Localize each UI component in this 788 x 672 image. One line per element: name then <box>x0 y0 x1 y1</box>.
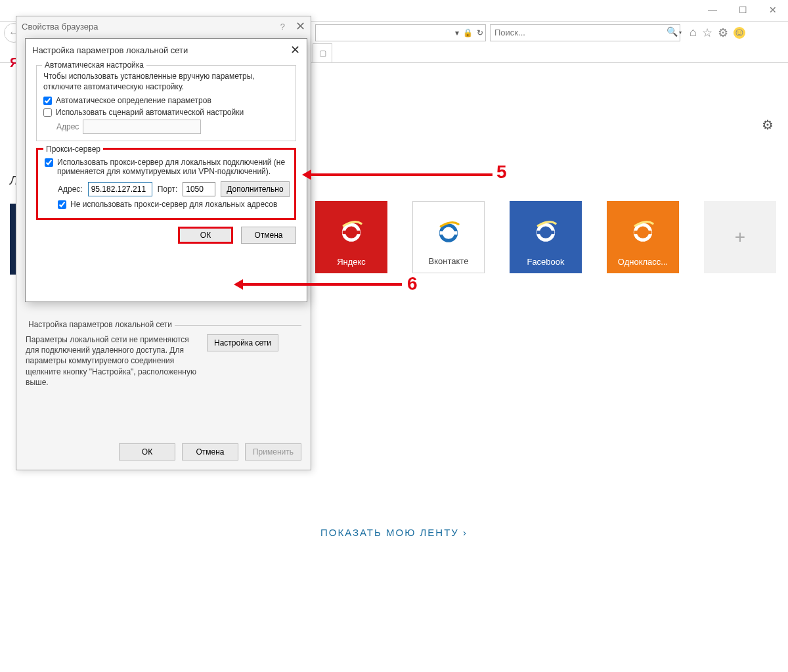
proxy-address-label: Адрес: <box>58 185 83 194</box>
lan-group-text: Параметры локальной сети не применяются … <box>26 334 196 388</box>
auto-config-desc: Чтобы использовать установленные вручную… <box>43 71 289 92</box>
tile-label: Facebook <box>527 257 564 267</box>
proxy-port-input[interactable] <box>183 182 215 196</box>
svg-rect-3 <box>440 231 458 235</box>
search-dropdown-icon[interactable]: ▾ <box>679 30 682 35</box>
url-dropdown-icon[interactable]: ▾ <box>455 28 459 37</box>
auto-script-checkbox[interactable] <box>43 108 52 117</box>
dialog1-close-icon[interactable]: ✕ <box>296 19 305 34</box>
dialog1-ok-button[interactable]: ОК <box>119 443 175 460</box>
search-box-wrap: 🔍 ▾ <box>490 24 680 41</box>
auto-script-label: Использовать сценарий автоматической нас… <box>56 108 244 117</box>
dialog1-buttons: ОК Отмена Применить <box>119 443 301 460</box>
proxy-address-input[interactable] <box>88 182 152 196</box>
dialog1-title: Свойства браузера <box>22 22 98 32</box>
use-proxy-checkbox-row[interactable]: Использовать прокси-сервер для локальных… <box>45 158 288 176</box>
page-gear-icon[interactable]: ⚙ <box>762 117 774 133</box>
bypass-local-label: Не использовать прокси-сервер для локаль… <box>70 200 277 209</box>
maximize-button[interactable]: ☐ <box>728 0 758 20</box>
proxy-port-label: Порт: <box>158 185 178 194</box>
dialog1-help-icon[interactable]: ? <box>280 22 285 32</box>
annotation-arrow-5 <box>306 173 492 176</box>
annotation-number-5: 5 <box>492 162 511 183</box>
ie-icon <box>533 218 559 244</box>
svg-rect-7 <box>634 231 652 234</box>
favorites-icon[interactable]: ☆ <box>702 26 712 40</box>
ie-icon <box>630 218 656 244</box>
ie-icon <box>338 218 364 244</box>
dialog1-titlebar: Свойства браузера ? ✕ <box>16 16 311 36</box>
dialog1-apply-button[interactable]: Применить <box>245 443 301 460</box>
auto-script-address-label: Адрес <box>56 122 79 131</box>
dialog2-ok-button[interactable]: ОК <box>178 227 233 244</box>
search-input[interactable] <box>490 24 680 41</box>
auto-config-legend: Автоматическая настройка <box>42 60 146 70</box>
tile-label: Яндекс <box>337 257 366 267</box>
proxy-group: Прокси-сервер Использовать прокси-сервер… <box>36 148 296 220</box>
tile-facebook[interactable]: Facebook <box>510 201 582 273</box>
auto-config-group: Автоматическая настройка Чтобы использов… <box>36 65 296 141</box>
tile-label: Однокласс... <box>618 257 668 267</box>
auto-detect-checkbox-row[interactable]: Автоматическое определение параметров <box>43 96 289 105</box>
lan-settings-dialog: Настройка параметров локальной сети ✕ Ав… <box>25 38 307 302</box>
auto-detect-checkbox[interactable] <box>43 97 52 105</box>
tile-odnoklassniki[interactable]: Однокласс... <box>607 201 679 273</box>
refresh-icon[interactable]: ↻ <box>477 28 483 37</box>
lan-settings-group: Настройка параметров локальной сети Пара… <box>26 320 301 388</box>
dialog2-cancel-button[interactable]: Отмена <box>241 227 296 244</box>
proxy-advanced-button[interactable]: Дополнительно <box>221 181 289 197</box>
lock-icon: 🔒 <box>463 28 473 37</box>
bypass-local-checkbox-row[interactable]: Не использовать прокси-сервер для локаль… <box>58 200 288 209</box>
window-controls: — ☐ ✕ <box>697 0 788 20</box>
dialog2-title: Настройка параметров локальной сети <box>32 45 188 55</box>
use-proxy-label: Использовать прокси-сервер для локальных… <box>57 158 288 176</box>
annotation-number-6: 6 <box>403 273 422 294</box>
annotation-arrow-6 <box>238 283 402 286</box>
auto-detect-label: Автоматическое определение параметров <box>56 96 211 105</box>
show-feed-link[interactable]: ПОКАЗАТЬ МОЮ ЛЕНТУ › <box>320 527 468 538</box>
home-icon[interactable]: ⌂ <box>690 26 697 39</box>
proxy-legend: Прокси-сервер <box>43 145 103 154</box>
tile-yandex[interactable]: Яндекс <box>315 201 387 273</box>
ie-icon <box>435 219 462 245</box>
address-bar-wrap: ▾ 🔒 ↻ <box>315 24 486 41</box>
auto-script-checkbox-row[interactable]: Использовать сценарий автоматической нас… <box>43 108 289 117</box>
dialog2-buttons: ОК Отмена <box>36 227 296 244</box>
use-proxy-checkbox[interactable] <box>45 158 53 167</box>
new-tab-button[interactable]: ▢ <box>313 43 332 62</box>
tile-add[interactable]: + <box>704 201 776 273</box>
smiley-icon[interactable]: ☺ <box>733 27 745 39</box>
speed-dial-tiles: Яндекс Вконтакте Facebook Однокласс... + <box>315 201 776 273</box>
yandex-letter: Я <box>10 55 15 70</box>
bypass-local-checkbox[interactable] <box>58 200 66 209</box>
gear-icon[interactable]: ⚙ <box>718 26 728 40</box>
minimize-button[interactable]: — <box>697 0 728 20</box>
dialog2-close-icon[interactable]: ✕ <box>290 43 300 57</box>
auto-script-address-input <box>83 120 201 134</box>
svg-rect-1 <box>343 231 361 234</box>
auto-script-address-row: Адрес <box>56 120 289 134</box>
tile-vkontakte[interactable]: Вконтакте <box>412 201 485 273</box>
dialog1-cancel-button[interactable]: Отмена <box>182 443 238 460</box>
svg-rect-5 <box>537 231 555 234</box>
lan-group-title: Настройка параметров локальной сети <box>26 320 175 329</box>
window-close-button[interactable]: ✕ <box>758 0 788 20</box>
proxy-address-row: Адрес: Порт: Дополнительно <box>58 181 288 197</box>
tile-label: Вконтакте <box>429 256 469 266</box>
lan-settings-button[interactable]: Настройка сети <box>207 334 278 351</box>
dialog2-titlebar: Настройка параметров локальной сети ✕ <box>26 39 307 61</box>
search-icon[interactable]: 🔍 <box>667 26 678 37</box>
